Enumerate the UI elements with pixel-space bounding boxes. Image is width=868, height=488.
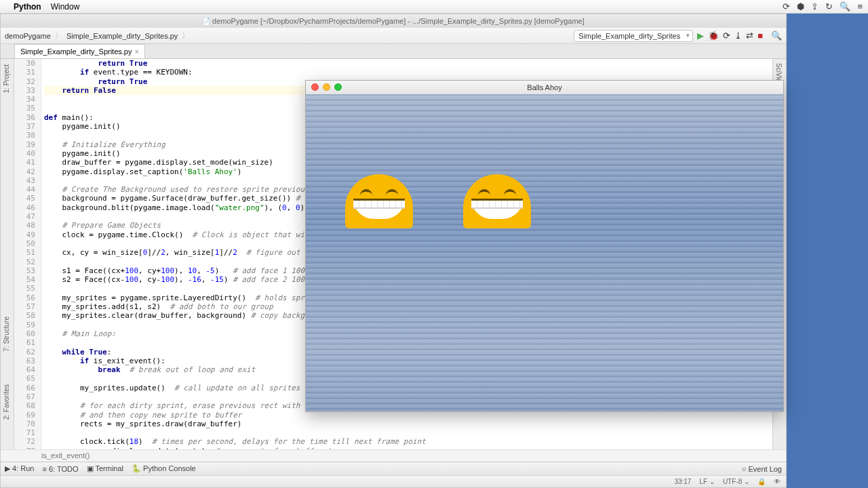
tool-run[interactable]: ▶ 4: Run	[5, 464, 34, 473]
game-canvas[interactable]	[306, 94, 783, 411]
cursor-position: 33:17	[674, 478, 691, 485]
menu-window[interactable]: Window	[51, 2, 80, 12]
editor-tabs: Simple_Example_dirty_Sprites.py ×	[1, 44, 786, 59]
coverage-icon[interactable]: ⟳	[723, 30, 730, 41]
close-icon[interactable]	[311, 83, 319, 91]
breadcrumb[interactable]: demoPygame 〉 Simple_Example_dirty_Sprite…	[5, 30, 192, 41]
attach-icon[interactable]: ⇄	[746, 30, 753, 41]
stop-icon[interactable]: ■	[757, 30, 763, 41]
maximize-icon[interactable]	[334, 83, 342, 91]
breadcrumb-sep: 〉	[179, 30, 192, 41]
pygame-titlebar: Balls Ahoy	[306, 81, 783, 94]
sync-icon[interactable]: ⟳	[783, 1, 790, 12]
app-name[interactable]: Python	[14, 2, 41, 12]
breadcrumb-file[interactable]: Simple_Example_dirty_Sprites.py	[66, 32, 178, 40]
tool-favorites[interactable]: 2: Favorites	[3, 384, 10, 420]
pygame-window[interactable]: Balls Ahoy	[305, 80, 784, 412]
close-icon[interactable]: ×	[134, 47, 138, 56]
tool-todo[interactable]: ≡ 6: TODO	[42, 465, 78, 473]
left-tool-strip: 1: Project 7: Structure 2: Favorites	[1, 59, 14, 449]
bottom-tool-bar: ▶ 4: Run ≡ 6: TODO ▣ Terminal 🐍 Python C…	[1, 462, 786, 475]
tab-file[interactable]: Simple_Example_dirty_Sprites.py ×	[14, 44, 145, 58]
tool-python-console[interactable]: 🐍 Python Console	[132, 464, 196, 473]
tool-terminal[interactable]: ▣ Terminal	[87, 464, 123, 473]
run-icon[interactable]: ▶	[697, 30, 704, 41]
upload-icon[interactable]: ⇪	[811, 1, 818, 12]
toolbar: demoPygame 〉 Simple_Example_dirty_Sprite…	[1, 28, 786, 44]
minimize-icon[interactable]	[323, 83, 330, 91]
lock-icon[interactable]: 🔒	[757, 478, 766, 485]
search-icon[interactable]: 🔍	[840, 1, 850, 12]
clock-icon[interactable]: ↻	[825, 1, 833, 12]
menu-icon[interactable]: ≡	[857, 1, 863, 12]
pygame-title: Balls Ahoy	[527, 83, 561, 92]
event-log[interactable]: ○ Event Log	[742, 465, 782, 473]
run-config-selector[interactable]: Simple_Example_dirty_Sprites	[574, 30, 693, 42]
face-sprite	[345, 174, 413, 228]
debug-icon[interactable]: 🐞	[708, 30, 719, 41]
line-ending[interactable]: LF ⌄	[699, 478, 714, 485]
traffic-lights	[311, 83, 342, 91]
line-gutter: 3031323334353637383940414243444546474849…	[14, 59, 41, 449]
breadcrumb-sep: 〉	[52, 30, 65, 41]
search-everywhere-icon[interactable]: 🔍	[771, 30, 782, 41]
status-bar: 33:17 LF ⌄ UTF-8 ⌄ 🔒 👁	[1, 475, 786, 487]
dropbox-icon[interactable]: ⬢	[797, 1, 804, 12]
breadcrumb-folder[interactable]: demoPygame	[5, 32, 51, 40]
tab-label: Simple_Example_dirty_Sprites.py	[20, 47, 132, 56]
face-sprite	[463, 174, 531, 228]
profile-icon[interactable]: ⤓	[734, 30, 742, 41]
window-title: demoPygame [~/Dropbox/PycharmProjects/de…	[1, 14, 786, 28]
hector-icon[interactable]: 👁	[774, 478, 781, 485]
encoding[interactable]: UTF-8 ⌄	[723, 478, 749, 485]
tool-structure[interactable]: 7: Structure	[3, 317, 10, 352]
tool-project[interactable]: 1: Project	[3, 64, 10, 93]
editor-breadcrumb[interactable]: is_exit_event()	[1, 449, 786, 462]
menubar-status-icons: ⟳ ⬢ ⇪ ↻ 🔍 ≡	[783, 1, 863, 12]
macos-menubar: Python Window ⟳ ⬢ ⇪ ↻ 🔍 ≡	[0, 0, 868, 14]
run-buttons: ▶ 🐞 ⟳ ⤓ ⇄ ■ 🔍	[697, 30, 782, 41]
